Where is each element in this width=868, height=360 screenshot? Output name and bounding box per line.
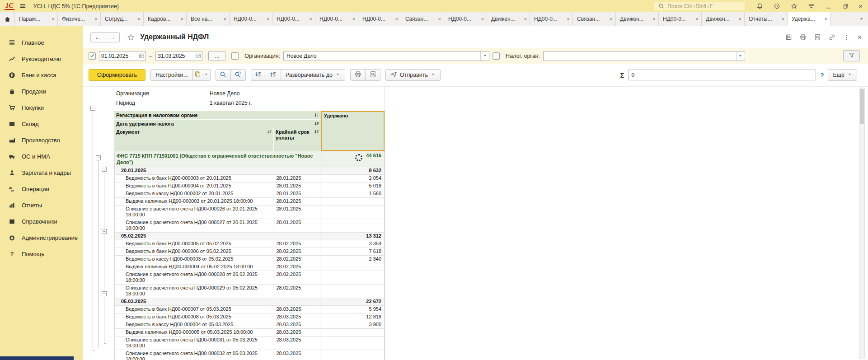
collapse-group-button[interactable]: −	[102, 229, 107, 234]
column-header-registration[interactable]: Регистрация в налоговом органе	[114, 111, 321, 119]
detail-row[interactable]: Выдача наличных НД00-000003 от 20.01.202…	[115, 198, 384, 206]
tab-close-icon[interactable]: ×	[265, 16, 269, 22]
tab-close-icon[interactable]: ×	[351, 16, 355, 22]
tab-close-icon[interactable]: ×	[479, 16, 484, 22]
tab-close-icon[interactable]: ×	[222, 16, 226, 22]
sidebar-item-Банк и касса[interactable]: ₽Банк и касса	[0, 67, 83, 83]
calendar-icon[interactable]	[137, 51, 145, 61]
link-icon[interactable]	[829, 34, 835, 41]
column-header-withhold-date[interactable]: Дата удержания налога	[114, 120, 321, 128]
tab-close-icon[interactable]: ×	[780, 16, 784, 22]
sidebar-item-Покупки[interactable]: Покупки	[0, 99, 83, 116]
chevron-down-icon[interactable]	[736, 51, 745, 61]
collapse-group-button[interactable]: −	[102, 167, 107, 172]
period-from-field[interactable]	[99, 51, 146, 61]
tab-close-icon[interactable]: ×	[436, 16, 441, 22]
sort-icon[interactable]	[267, 129, 272, 135]
favorite-star-icon[interactable]	[127, 33, 135, 41]
detail-row[interactable]: Ведомость в банк НД00-000003 от 20.01.20…	[115, 175, 384, 182]
more-button[interactable]: Ещё	[828, 69, 857, 81]
tab-close-icon[interactable]: ×	[823, 16, 827, 22]
tax-authority-combo[interactable]	[543, 51, 745, 61]
close-form-icon[interactable]: ×	[858, 34, 862, 41]
sidebar-item-Администрирование[interactable]: Администрирование	[0, 229, 83, 246]
sort-icon[interactable]	[314, 121, 319, 126]
tab-Сотруд[interactable]: Сотруд...×	[101, 12, 144, 26]
minimize-window-icon[interactable]	[824, 2, 832, 10]
collapse-groups-button[interactable]	[251, 69, 266, 81]
organization-checkbox[interactable]	[231, 52, 239, 60]
tab-close-icon[interactable]: ×	[737, 16, 741, 22]
sidebar-item-Главное[interactable]: Главное	[0, 34, 83, 51]
tab-close-icon[interactable]: ×	[651, 16, 656, 22]
favorites-star-icon[interactable]	[790, 2, 798, 10]
detail-row[interactable]: Списание с расчетного счета НД00-000027 …	[115, 219, 384, 233]
more-menu-icon[interactable]	[843, 34, 850, 41]
tab-Движен[interactable]: Движен...×	[616, 12, 659, 26]
tab-close-icon[interactable]: ×	[136, 16, 141, 22]
period-more-button[interactable]: ...	[208, 51, 225, 61]
tax-authority-checkbox[interactable]	[493, 52, 500, 60]
vertical-scrollbar[interactable]	[859, 88, 865, 359]
scrollbar-thumb[interactable]	[860, 89, 864, 124]
detail-row[interactable]: Ведомость в банк НД00-000005 от 05.02.20…	[115, 240, 384, 248]
sidebar-item-Помощь[interactable]: ?Помощь	[0, 246, 83, 262]
home-tab[interactable]	[0, 12, 15, 26]
detail-row[interactable]: Списание с расчетного счета НД00-000029 …	[115, 285, 384, 298]
tab-НД00-0[interactable]: НД00-0...×	[444, 12, 487, 26]
group-row[interactable]: 05.02.202513 312	[115, 233, 384, 240]
close-window-icon[interactable]: ×	[859, 3, 863, 9]
detail-row[interactable]: Ведомость в кассу НД00-000003 от 05.02.2…	[115, 256, 384, 263]
print-icon[interactable]	[800, 34, 807, 41]
sidebar-item-Отчеты[interactable]: Отчеты	[0, 197, 83, 213]
service-menu-icon[interactable]	[807, 2, 815, 10]
notifications-bell-icon[interactable]	[755, 2, 764, 10]
sidebar-item-Производство[interactable]: Производство	[0, 132, 83, 148]
detail-row[interactable]: Ведомость в банк НД00-000007 от 05.03.20…	[115, 306, 384, 313]
tab-close-icon[interactable]: ×	[522, 16, 527, 22]
history-clock-icon[interactable]	[773, 2, 781, 10]
column-header-withheld-selected[interactable]: Удержано	[321, 111, 385, 151]
collapse-level-button[interactable]: −	[90, 106, 95, 111]
tab-overflow-button[interactable]	[854, 12, 868, 26]
tab-close-icon[interactable]: ×	[694, 16, 699, 22]
detail-row[interactable]: Ведомость в банк НД00-000004 от 20.01.20…	[115, 182, 384, 190]
sidebar-item-Руководителю[interactable]: Руководителю	[0, 51, 83, 67]
settings-button[interactable]: Настройки...	[150, 69, 193, 81]
tab-Отчеты[interactable]: Отчеты...×	[745, 12, 788, 26]
column-header-document[interactable]: Документ	[114, 128, 273, 151]
detail-row[interactable]: Списание с расчетного счета НД00-000031 …	[115, 337, 384, 350]
tab-Движен[interactable]: Движен...×	[702, 12, 745, 26]
detail-row[interactable]: Списание с расчетного счета НД00-000026 …	[115, 206, 384, 219]
period-from-input[interactable]	[99, 53, 137, 59]
total-row[interactable]: ФНС 7715 КПП 771501001 (Общество с огран…	[115, 151, 384, 167]
preview-button[interactable]	[365, 69, 380, 81]
autosum-input[interactable]	[628, 70, 816, 80]
tab-Физиче[interactable]: Физиче...×	[58, 12, 101, 26]
calendar-icon[interactable]	[194, 51, 202, 61]
tab-НД00-0[interactable]: НД00-0...×	[230, 12, 272, 26]
print-preview-icon[interactable]	[814, 34, 821, 41]
tab-НД00-0[interactable]: НД00-0...×	[272, 12, 315, 26]
period-to-input[interactable]	[156, 53, 194, 59]
tab-close-icon[interactable]: ×	[608, 16, 613, 22]
detail-row[interactable]: Ведомость в кассу НД00-000004 от 05.03.2…	[115, 321, 384, 329]
tab-НД00-0[interactable]: НД00-0...×	[358, 12, 401, 26]
restore-window-icon[interactable]	[841, 2, 849, 10]
sidebar-item-Склад[interactable]: Склад	[0, 116, 83, 132]
group-row[interactable]: 05.03.202522 672	[115, 298, 384, 306]
sidebar-item-Продажи[interactable]: Продажи	[0, 83, 83, 99]
tab-НД00-0[interactable]: НД00-0...×	[659, 12, 702, 26]
sidebar-item-Операции[interactable]: ДтКтОперации	[0, 181, 83, 197]
detail-row[interactable]: Списание с расчетного счета НД00-000032 …	[115, 350, 384, 360]
find-button[interactable]	[216, 69, 231, 81]
organization-combo[interactable]: Новое Дело	[283, 51, 489, 61]
send-button[interactable]: Отправить	[385, 69, 441, 81]
help-button[interactable]: ?	[820, 72, 824, 79]
global-search-input[interactable]: Поиск Ctrl+Shift+F	[654, 2, 745, 10]
sidebar-item-ОС и НМА[interactable]: ОС и НМА	[0, 148, 83, 164]
period-checkbox[interactable]	[89, 52, 96, 60]
column-header-deadline[interactable]: Крайний срок уплаты	[274, 128, 321, 151]
settings-variants-button[interactable]	[192, 69, 211, 81]
save-icon[interactable]	[785, 34, 792, 41]
